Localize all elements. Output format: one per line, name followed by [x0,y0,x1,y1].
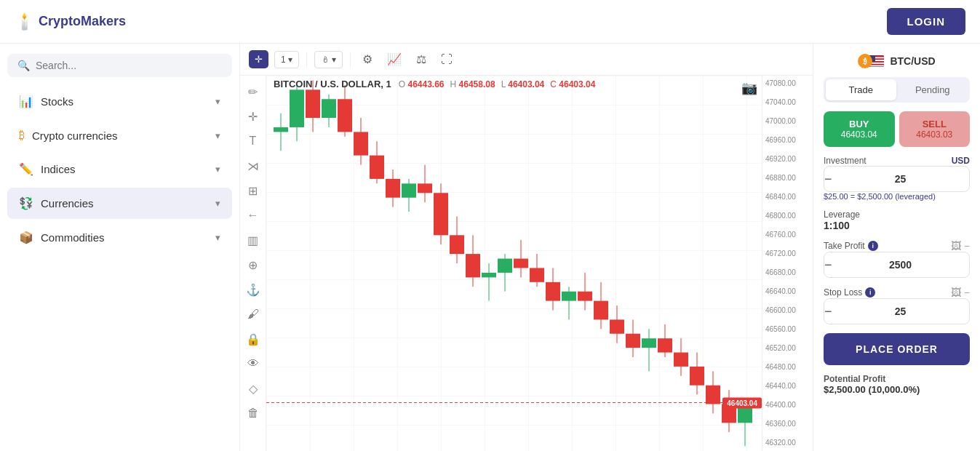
svg-rect-14 [370,156,384,179]
sidebar: 🔍 📊 Stocks ▾ ₿ Crypto currencies ▾ ✏️ In… [0,44,240,451]
investment-input[interactable] [832,173,969,185]
indicators-btn[interactable]: 📈 [383,49,406,69]
bar-tool[interactable]: ▥ [243,230,263,250]
take-profit-increase[interactable]: + [969,252,970,277]
anchor-tool[interactable]: ⚓ [243,279,263,300]
stop-loss-input[interactable] [832,306,969,317]
fullscreen-btn[interactable]: ⛶ [437,50,457,69]
stop-loss-decrease[interactable]: − [824,299,832,324]
candlestick-chart [266,76,762,451]
crosshair-tool-btn[interactable]: ✛ [249,50,268,68]
svg-rect-48 [642,338,656,348]
svg-rect-22 [434,193,448,235]
logo: 🕯️ CryptoMakers [15,12,126,31]
settings-btn[interactable]: ⚙ [358,49,377,69]
stop-loss-info-icon: i [865,287,875,298]
ohlc-h: H 46458.08 [450,79,495,89]
ohlc-c-val: 46403.04 [559,79,595,89]
svg-rect-12 [354,132,368,155]
price-scale-label: 46760.00 [765,231,810,239]
stop-loss-increase[interactable]: + [969,299,970,324]
tab-pending[interactable]: Pending [898,79,968,100]
sell-button[interactable]: SELL 46403.03 [899,111,971,147]
candle-type-btn[interactable]: 🕯 ▾ [314,51,343,68]
shape-tool[interactable]: ◇ [243,378,263,399]
separator-1 [306,52,307,67]
take-profit-minus-btn[interactable]: − [964,240,970,252]
investment-decrease[interactable]: − [824,167,832,191]
chevron-stocks: ▾ [215,96,220,107]
stop-loss-stepper: − + [824,298,970,324]
investment-label-row: Investment USD [824,156,970,166]
commodities-icon: 📦 [19,231,33,244]
back-tool[interactable]: ← [243,205,263,226]
investment-currency: USD [952,156,970,166]
lock-tool[interactable]: 🔒 [243,329,263,349]
place-order-button[interactable]: PLACE ORDER [824,333,970,365]
svg-rect-28 [482,273,496,277]
sidebar-label-commodities: Commodities [41,231,105,244]
sidebar-item-commodities[interactable]: 📦 Commodities ▾ [7,222,232,253]
grid-tool[interactable]: ⊞ [243,180,263,201]
svg-rect-38 [562,292,576,301]
ohlc-o-val: 46443.66 [407,79,444,89]
login-button[interactable]: LOGIN [887,8,966,35]
svg-rect-44 [610,319,624,333]
potential-profit-label: Potential Profit [824,374,970,384]
sidebar-item-currencies[interactable]: 💱 Currencies ▾ [7,188,232,219]
search-input[interactable] [36,60,222,71]
price-scale: 47080.0047040.0047000.0046960.0046920.00… [762,76,813,451]
take-profit-input[interactable] [832,259,969,271]
search-box[interactable]: 🔍 [7,54,232,77]
sidebar-item-stocks[interactable]: 📊 Stocks ▾ [7,86,232,117]
svg-rect-24 [450,235,464,254]
svg-rect-56 [706,386,720,404]
node-tool[interactable]: ⋊ [243,156,263,176]
leverage-label: Leverage [824,209,970,220]
sidebar-item-indices[interactable]: ✏️ Indices ▾ [7,153,232,185]
take-profit-info-icon: i [868,241,878,251]
price-scale-label: 46480.00 [765,364,810,371]
zoom-in-tool[interactable]: ⊕ [243,255,263,275]
price-scale-label: 47040.00 [765,99,810,106]
buy-button[interactable]: BUY 46403.04 [824,111,895,147]
brush-tool[interactable]: 🖌 [243,304,263,324]
potential-profit: Potential Profit $2,500.00 (10,000.0%) [824,374,970,395]
investment-increase[interactable]: + [969,167,970,191]
tab-trade[interactable]: Trade [826,79,896,100]
take-profit-icon-btn[interactable]: 🖼 [951,240,961,252]
svg-rect-46 [626,334,640,348]
svg-rect-6 [306,89,320,118]
sidebar-item-crypto[interactable]: ₿ Crypto currencies ▾ [7,120,232,151]
pencil-tool[interactable]: ✏ [243,81,263,102]
chevron-commodities: ▾ [215,232,220,243]
logo-text: CryptoMakers [39,14,126,29]
chart-main[interactable]: BITCOIN / U.S. DOLLAR, 1 O 46443.66 H 46… [266,76,762,451]
take-profit-label: Take Profit [824,241,865,251]
price-scale-label: 46720.00 [765,250,810,258]
pair-name: BTC/USD [890,55,935,67]
stop-loss-icon-btn[interactable]: 🖼 [951,287,961,298]
price-scale-label: 46680.00 [765,269,810,276]
camera-button[interactable]: 📷 [741,80,757,96]
compare-btn[interactable]: ⚖ [412,49,431,69]
chevron-currencies: ▾ [215,198,220,209]
chevron-indices: ▾ [215,164,220,175]
price-scale-label: 46960.00 [765,137,810,144]
timeframe-btn[interactable]: 1 ▾ [274,51,299,68]
chart-area: ✛ 1 ▾ 🕯 ▾ ⚙ 📈 ⚖ ⛶ ✏ ✛ T ⋊ ⊞ [240,44,813,451]
svg-rect-10 [338,99,352,132]
eye-tool[interactable]: 👁 [243,354,263,374]
crosshair-tool[interactable]: ✛ [243,106,263,127]
text-tool[interactable]: T [243,131,263,151]
svg-rect-54 [690,367,704,386]
take-profit-decrease[interactable]: − [824,252,832,277]
price-scale-label: 47080.00 [765,80,810,87]
stop-loss-minus-btn[interactable]: − [964,287,970,298]
price-scale-label: 46640.00 [765,288,810,295]
svg-rect-18 [402,183,416,197]
ohlc-c: C 46403.04 [550,79,595,89]
chart-canvas-wrapper: ✏ ✛ T ⋊ ⊞ ← ▥ ⊕ ⚓ 🖌 🔒 👁 ◇ 🗑 BITCOIN / U.… [240,76,813,451]
delete-tool[interactable]: 🗑 [243,403,263,423]
svg-rect-16 [386,179,400,198]
